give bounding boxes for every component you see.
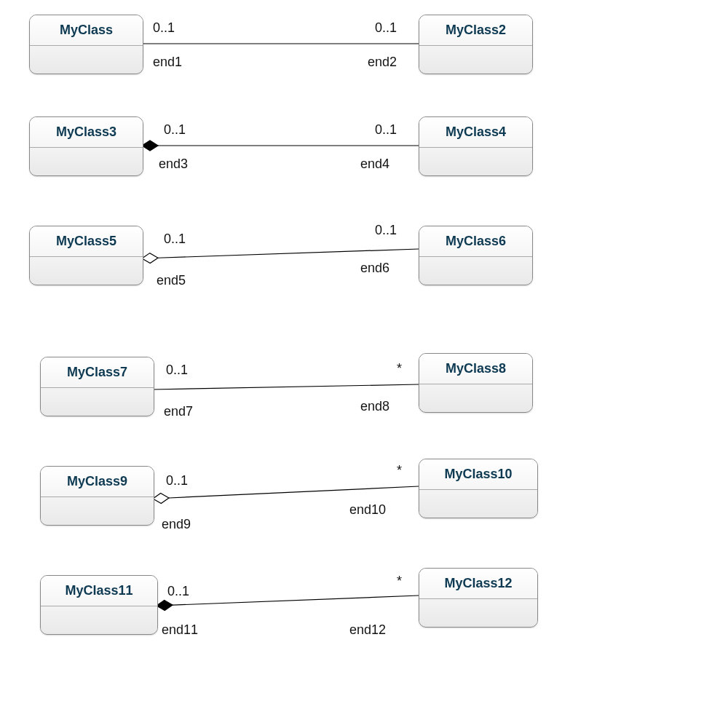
class-name: MyClass12 [419,569,537,599]
class-body [419,599,537,624]
multiplicity-label: 0..1 [167,584,189,599]
multiplicity-label: * [397,574,402,589]
class-box-myclass12[interactable]: MyClass12 [419,568,538,628]
class-body [41,606,157,631]
connector-line [173,596,419,605]
class-name: MyClass11 [41,576,157,606]
role-name-label: end12 [349,622,386,638]
class-box-myclass11[interactable]: MyClass11 [40,575,158,635]
role-name-label: end11 [162,622,198,638]
composition-diamond-icon [157,601,173,611]
